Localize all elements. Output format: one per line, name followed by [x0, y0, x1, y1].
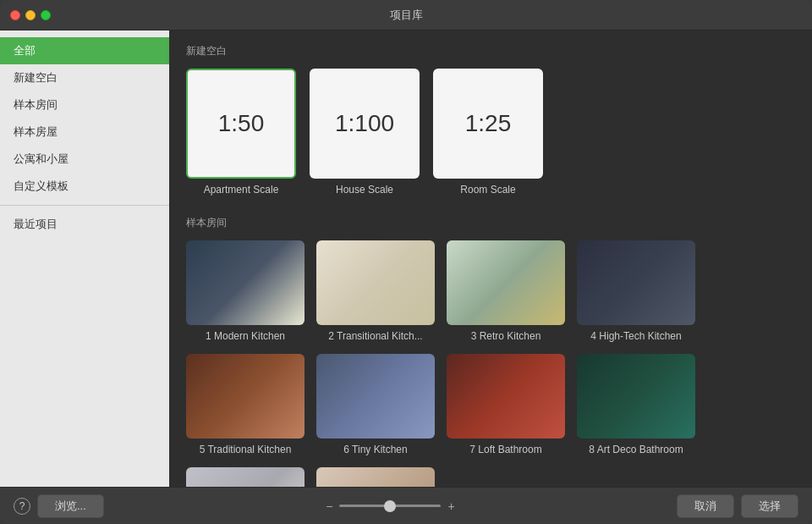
room-thumb-5	[186, 354, 304, 439]
room-label-3: 3 Retro Kitchen	[471, 330, 541, 342]
room-thumb-4	[577, 240, 695, 325]
room-label-2: 2 Transitional Kitch...	[328, 330, 422, 342]
traffic-lights	[10, 10, 51, 20]
sidebar-item-custom[interactable]: 自定义模板	[0, 173, 169, 200]
scale-card-apt-inner: 1:50	[186, 69, 296, 179]
room-card-7[interactable]: 7 Loft Bathroom	[447, 354, 565, 455]
sample-room-section: 样本房间 1 Modern Kitchen 2 Transitional Kit…	[186, 216, 795, 487]
bottom-left: ? 浏览...	[14, 494, 104, 518]
new-blank-label: 新建空白	[186, 44, 795, 58]
room-thumb-1	[186, 240, 304, 325]
new-blank-section: 新建空白 1:50 Apartment Scale 1:100 House Sc…	[186, 44, 795, 196]
room-thumb-6	[316, 354, 435, 439]
room-card-9[interactable]: 9 Corner Bathroom	[186, 467, 304, 487]
scale-card-room-label: Room Scale	[460, 184, 515, 196]
room-thumb-7	[447, 354, 565, 439]
room-card-10[interactable]: 10 Modern Bathroom	[316, 467, 435, 487]
minimize-button[interactable]	[25, 10, 36, 20]
bottom-center: − +	[326, 499, 454, 513]
room-thumb-8	[577, 354, 695, 439]
scale-card-house-label: House Scale	[336, 184, 393, 196]
help-button[interactable]: ?	[14, 498, 30, 515]
scale-card-house[interactable]: 1:100 House Scale	[310, 69, 420, 196]
close-button[interactable]	[10, 10, 20, 20]
titlebar: 项目库	[0, 0, 812, 30]
main-layout: 全部 新建空白 样本房间 样本房屋 公寓和小屋 自定义模板 最近项目 新建空白 …	[0, 30, 812, 487]
sidebar: 全部 新建空白 样本房间 样本房屋 公寓和小屋 自定义模板 最近项目	[0, 30, 169, 487]
room-card-6[interactable]: 6 Tiny Kitchen	[316, 354, 435, 455]
select-button[interactable]: 选择	[741, 494, 798, 518]
room-grid: 1 Modern Kitchen 2 Transitional Kitch...…	[186, 240, 795, 487]
room-thumb-10	[316, 467, 435, 487]
room-thumb-2	[316, 240, 435, 325]
sidebar-divider	[0, 205, 169, 206]
room-card-4[interactable]: 4 High-Tech Kitchen	[577, 240, 695, 342]
scale-card-apt-label: Apartment Scale	[204, 184, 279, 196]
zoom-slider[interactable]	[339, 505, 441, 507]
content-area: 新建空白 1:50 Apartment Scale 1:100 House Sc…	[169, 30, 812, 487]
scale-card-apt[interactable]: 1:50 Apartment Scale	[186, 69, 296, 196]
scale-card-house-inner: 1:100	[310, 69, 420, 179]
bottombar: ? 浏览... − + 取消 选择	[0, 487, 812, 524]
room-card-3[interactable]: 3 Retro Kitchen	[447, 240, 565, 342]
maximize-button[interactable]	[41, 10, 51, 20]
room-card-2[interactable]: 2 Transitional Kitch...	[316, 240, 435, 342]
zoom-out-icon: −	[326, 499, 332, 513]
room-card-1[interactable]: 1 Modern Kitchen	[186, 240, 304, 342]
room-thumb-3	[447, 240, 565, 325]
window-title: 项目库	[390, 8, 423, 23]
browse-button[interactable]: 浏览...	[37, 494, 104, 518]
sidebar-item-apartment[interactable]: 公寓和小屋	[0, 146, 169, 173]
sidebar-item-new-blank[interactable]: 新建空白	[0, 64, 169, 91]
room-label-1: 1 Modern Kitchen	[206, 330, 285, 342]
scale-card-room-inner: 1:25	[433, 69, 543, 179]
room-thumb-9	[186, 467, 304, 487]
sidebar-item-recent[interactable]: 最近项目	[0, 211, 169, 238]
room-label-8: 8 Art Deco Bathroom	[589, 444, 683, 455]
room-card-8[interactable]: 8 Art Deco Bathroom	[577, 354, 695, 455]
room-label-7: 7 Loft Bathroom	[469, 444, 541, 455]
sidebar-item-sample-house[interactable]: 样本房屋	[0, 119, 169, 146]
room-card-5[interactable]: 5 Traditional Kitchen	[186, 354, 304, 455]
sidebar-item-all[interactable]: 全部	[0, 37, 169, 64]
sidebar-item-sample-room[interactable]: 样本房间	[0, 91, 169, 119]
scale-card-room[interactable]: 1:25 Room Scale	[433, 69, 543, 196]
room-label-5: 5 Traditional Kitchen	[200, 444, 292, 455]
scale-grid: 1:50 Apartment Scale 1:100 House Scale 1…	[186, 69, 795, 196]
cancel-button[interactable]: 取消	[677, 494, 734, 518]
zoom-in-icon: +	[447, 499, 454, 513]
room-label-4: 4 High-Tech Kitchen	[590, 330, 681, 342]
bottom-right: 取消 选择	[677, 494, 798, 518]
room-label-6: 6 Tiny Kitchen	[343, 444, 407, 455]
sample-room-label: 样本房间	[186, 216, 795, 230]
